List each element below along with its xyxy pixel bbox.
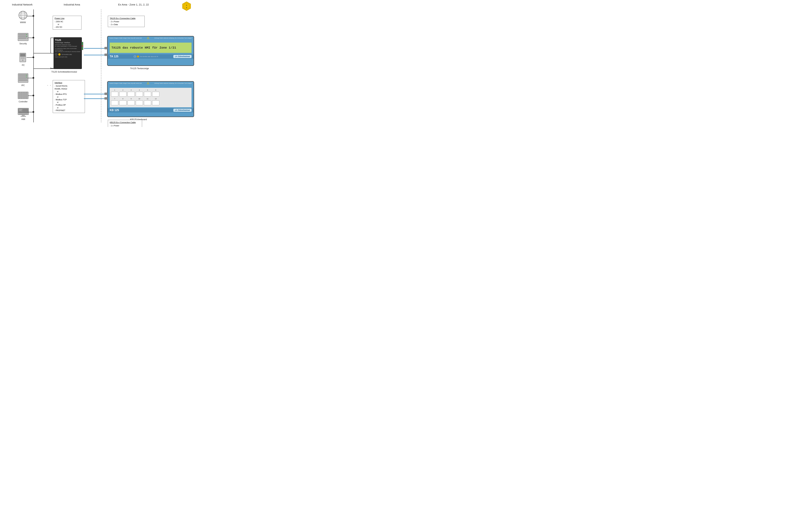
ti125-company: Gönnheimer Elektronik GmbH [55, 44, 80, 46]
kb125-key-6[interactable] [152, 92, 159, 96]
kb125-connector2 [104, 97, 108, 99]
power-box-line2: - 24V DC [55, 26, 80, 29]
svg-rect-35 [19, 109, 23, 110]
interface-line5: - Profibus DP [55, 103, 83, 107]
kb125-warning-de: Achtung! Gefahr statischer Aufladung. Nu… [155, 83, 192, 84]
kb125-device: Caution! Danger of static charge! Clean … [107, 81, 194, 117]
kb125-key-9[interactable] [128, 100, 135, 105]
svg-point-14 [26, 36, 27, 37]
power-line-box: Power Line - 230V AC or - 24V DC [53, 16, 82, 30]
kb125-brand: KB 125 [110, 109, 119, 112]
industrial-network-vline [33, 9, 34, 122]
pc-dot [33, 56, 34, 58]
hmi-dot [33, 111, 34, 113]
ta125-screen: TA125 das robuste HMI für Zone 1/21 [110, 43, 191, 53]
kb125-row1-keys[interactable] [111, 92, 190, 96]
ta125-ex-mark: Ex [137, 55, 139, 58]
svg-text:Ex: Ex [59, 54, 60, 55]
ti125-cert-row: CE Ex TÜV 00 ATEX 1552 [55, 53, 80, 56]
interface-or3: or [57, 101, 83, 103]
ta125-warning-de: Achtung! Gefahr statischer Aufladung. Nu… [155, 38, 192, 39]
ti125-tuv: TÜV 00 ATEX 1552 [61, 54, 72, 55]
kb125-connector1 [104, 93, 108, 95]
security-label: Security [17, 42, 29, 45]
security-device: Security [17, 33, 29, 45]
kb125-key-12[interactable] [152, 100, 159, 105]
controller-icon [17, 92, 29, 99]
ta125-connector2 [104, 53, 108, 56]
svg-point-26 [26, 75, 27, 76]
kb125-warning-icon: ! [147, 82, 149, 84]
ti125-subtitle: Textanzeige- Interface [55, 42, 80, 43]
svg-text:!: ! [148, 83, 148, 84]
power-box-line1: - 230V AC [55, 20, 80, 23]
interface-line6: - PROFINET [55, 109, 83, 112]
ti125-atex-class: II (2) G; [Ex ib] IIC (Gb) [55, 56, 80, 58]
kb125-key-3[interactable] [128, 92, 135, 96]
interface-line3: - Modbus RTU [55, 93, 83, 96]
kb125-warning-text: Caution! Danger of static charge! Clean … [110, 83, 142, 84]
controller-device: Controller [17, 92, 29, 103]
svg-rect-30 [21, 92, 23, 98]
svg-text:ε: ε [186, 4, 187, 6]
security-dot [33, 37, 34, 39]
ta125-display-text: TA125 das robuste HMI für Zone 1/21 [112, 46, 176, 49]
power-box-title: Power Line [55, 17, 80, 20]
interface-box: Interface - Seriell RS232, RS485, RS422 … [53, 80, 85, 113]
ipc-dot [33, 77, 34, 79]
www-label: WWW [18, 21, 28, 24]
col-header-ex-area: Ex Area - Zone 1, 21, 2, 22 [101, 3, 166, 6]
ta125-brand: TA 125 [110, 55, 119, 58]
ex-symbol-icon: ε x [182, 1, 191, 11]
kb125-key-10[interactable] [136, 100, 143, 105]
ex-mark-small: Ex [58, 53, 61, 56]
www-dot [33, 15, 34, 17]
ta125-goennheimer-logo: ⟨✗⟩ Gönnheimer [173, 55, 191, 58]
kb125-bottom-bar: KB 125 ⟨✗⟩ Gönnheimer [108, 108, 194, 113]
kb125-key-4[interactable] [136, 92, 143, 96]
svg-rect-20 [21, 58, 25, 59]
pc-device: PC [18, 53, 28, 67]
interface-line1: - Seriell RS232, [55, 85, 83, 87]
ti125-hline-connect-lower [50, 68, 53, 69]
col-header-industrial-area: Industrial Area [55, 3, 89, 6]
pc-hline [27, 57, 33, 58]
kb125-key-5[interactable] [144, 92, 151, 96]
svg-rect-38 [19, 114, 28, 115]
ta125-warning-text: Caution! Danger of static charge! Clean … [110, 38, 142, 39]
kb125-cable-box: KB125 Ex-i Connection Cable - 1 x Power … [108, 120, 142, 127]
kb125-key-7[interactable] [111, 100, 118, 105]
svg-rect-17 [20, 54, 25, 56]
hmi-device: HMI [17, 108, 29, 121]
kb125-key-2[interactable] [119, 92, 127, 96]
kb125-cable-lower [84, 98, 106, 99]
ti125-label-below: TI125 Schnittstellenmodul [51, 71, 77, 73]
svg-rect-37 [19, 111, 23, 111]
ti125-device: TI125 Textanzeige- Interface Gönnheimer … [53, 37, 82, 69]
svg-rect-19 [21, 57, 25, 58]
kb125-row1-labels: 1 2 3 4 5 6 [111, 89, 190, 91]
hmi-label: HMI [17, 118, 29, 121]
svg-point-13 [26, 34, 27, 35]
svg-rect-29 [19, 92, 20, 98]
page: Industrial Network Industrial Area Ex Ar… [0, 0, 203, 127]
ta125-tuv: TÜV 00 ATEX 1552 [140, 56, 150, 57]
ta125-cable-line1: - 2 x Power [110, 20, 143, 23]
kb125-row2-keys[interactable] [111, 100, 190, 105]
svg-text:Ex: Ex [138, 56, 139, 57]
kb125-keys-area: 1 2 3 4 5 6 7 8 9 10 11 [110, 88, 191, 107]
ta125-device: Caution! Danger of static charge! Clean … [107, 36, 194, 66]
kb125-key-1[interactable] [111, 92, 118, 96]
kb125-cable-title: KB125 Ex-i Connection Cable [110, 121, 140, 124]
area-divider-line [101, 9, 101, 122]
interface-or4: or [57, 107, 83, 109]
ta125-warning-icon: ! [147, 37, 149, 39]
controller-label: Controller [17, 100, 29, 103]
ta125-cable-box: TA125 Ex-i Connection Cable - 2 x Power … [108, 16, 145, 27]
ipc-icon [18, 73, 29, 83]
svg-rect-24 [19, 78, 28, 79]
kb125-key-8[interactable] [119, 100, 127, 105]
ti125-connector-strip [82, 42, 83, 50]
kb125-key-11[interactable] [144, 100, 151, 105]
ti125-address: Dr.-Julius-Leberstraße 2, 67433 Neustadt [55, 46, 80, 47]
